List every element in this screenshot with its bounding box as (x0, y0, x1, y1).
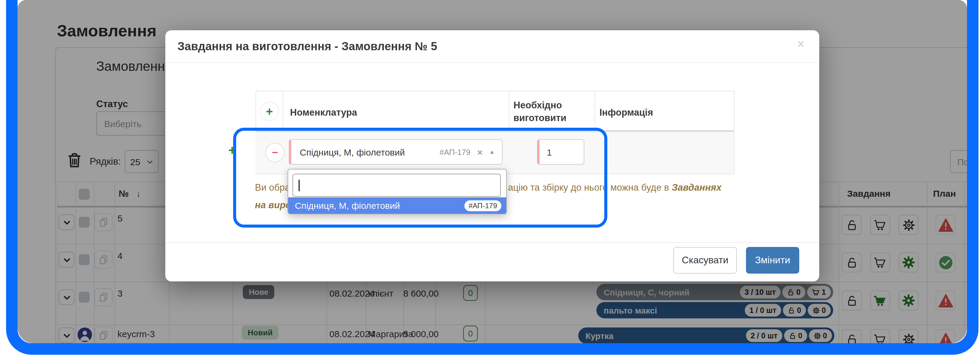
form-row-top-border (256, 130, 734, 132)
quantity-input[interactable]: 1 (537, 139, 584, 165)
cancel-button[interactable]: Скасувати (673, 247, 737, 274)
form-col-line (734, 91, 735, 174)
option-sku-badge: #АП-179 (465, 200, 501, 211)
selected-product-sku: #АП-179 (439, 147, 471, 156)
select-caret-up-icon[interactable]: ▲ (489, 149, 495, 155)
remove-row-button[interactable]: − (265, 143, 285, 162)
note-fragment-line2: на виро (255, 200, 291, 211)
form-col-info: Інформація (600, 106, 653, 119)
form-col-nomenclature: Номенклатура (290, 106, 357, 119)
nomenclature-select[interactable]: Спідниця, М, фіолетовий #АП-179 × ▲ (289, 139, 503, 165)
selected-product: Спідниця, М, фіолетовий (291, 147, 405, 157)
clear-selection-icon[interactable]: × (477, 147, 483, 157)
screenshot-stage: Замовлення Замовлення клієнтів Статус Ви… (0, 0, 980, 355)
dropdown-option[interactable]: Спідниця, М, фіолетовий #АП-179 (288, 197, 506, 214)
dropdown-search-input[interactable] (293, 174, 501, 197)
nomenclature-dropdown: Спідниця, М, фіолетовий #АП-179 (288, 169, 507, 214)
option-label: Спідниця, М, фіолетовий (295, 201, 400, 211)
add-item-button[interactable]: + (260, 102, 279, 121)
form-table-border (256, 91, 734, 91)
modal-footer-divider (165, 242, 819, 243)
quantity-value: 1 (539, 147, 552, 157)
modal-title: Завдання на виготовлення - Замовлення № … (177, 40, 437, 53)
form-col-required: Необхідно виготовити (514, 99, 589, 124)
production-task-modal: Завдання на виготовлення - Замовлення № … (165, 30, 819, 282)
add-row-button[interactable]: + (228, 143, 236, 159)
submit-button[interactable]: Змінити (746, 247, 799, 274)
close-icon[interactable]: × (797, 38, 805, 51)
text-cursor (299, 180, 299, 191)
note-fragment-left: Ви обра (255, 182, 290, 193)
note-fragment-right: ацію та збірку до нього можна буде в Зав… (508, 182, 721, 193)
modal-header-divider (165, 62, 819, 63)
